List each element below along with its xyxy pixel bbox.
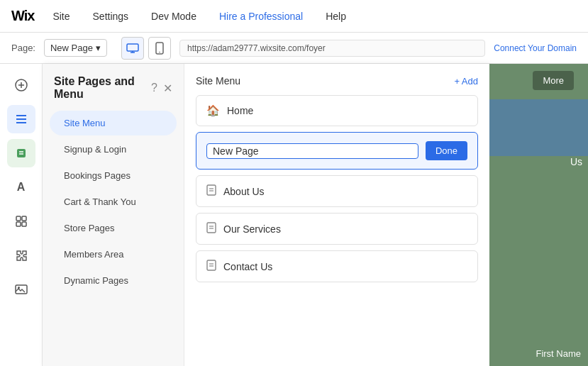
page-label: Page: — [11, 43, 35, 53]
add-page-button[interactable]: + Add — [454, 76, 478, 87]
svg-point-4 — [159, 51, 160, 52]
svg-rect-26 — [207, 260, 216, 270]
connect-domain-link[interactable]: Connect Your Domain — [494, 43, 577, 53]
close-icon[interactable]: ✕ — [163, 82, 172, 95]
content-header: Site Menu + Add — [196, 75, 478, 87]
page-name-about: About Us — [223, 186, 467, 197]
canvas-us-label: Us — [570, 156, 582, 167]
nav-site[interactable]: Site — [48, 8, 74, 25]
page-icon-about — [206, 184, 216, 198]
left-icon-bar: A — [0, 64, 43, 366]
marketplace-button[interactable] — [7, 241, 35, 270]
panel-nav: Site Pages and Menu ? ✕ Site Menu Signup… — [43, 64, 184, 366]
svg-rect-14 — [16, 216, 21, 221]
blog-icon — [16, 148, 27, 159]
page-item-about-us[interactable]: About Us — [196, 175, 478, 207]
puzzle-icon — [15, 249, 28, 262]
monitor-icon — [126, 43, 139, 53]
nav-hire-pro[interactable]: Hire a Professional — [215, 8, 307, 25]
page-icon-services — [206, 222, 216, 235]
help-icon[interactable]: ? — [151, 82, 157, 95]
page-item-home[interactable]: 🏠 Home — [196, 95, 478, 126]
nav-store-pages[interactable]: Store Pages — [50, 216, 177, 240]
media-button[interactable] — [7, 275, 35, 304]
svg-rect-16 — [16, 222, 21, 226]
page-name-home: Home — [227, 105, 467, 116]
chevron-down-icon: ▾ — [96, 43, 101, 53]
fonts-button[interactable]: A — [7, 173, 35, 201]
svg-rect-20 — [207, 185, 216, 195]
panel-title-icons: ? ✕ — [151, 82, 172, 95]
add-elements-button[interactable] — [7, 71, 35, 99]
desktop-view-button[interactable] — [121, 37, 144, 60]
page-icon-contact — [206, 260, 216, 273]
grid-icon — [16, 216, 27, 227]
pages-menu-button[interactable] — [7, 105, 35, 133]
nav-devmode[interactable]: Dev Mode — [147, 8, 201, 25]
nav-site-menu[interactable]: Site Menu — [50, 111, 177, 135]
image-icon — [15, 284, 28, 294]
home-icon: 🏠 — [206, 104, 220, 117]
nav-settings[interactable]: Settings — [89, 8, 133, 25]
url-bar: https://adam29777.wixsite.com/foyer — [179, 40, 485, 57]
panel-content: Site Menu + Add 🏠 Home Done About Us — [184, 64, 489, 366]
mobile-icon — [155, 42, 164, 55]
page-item-new-page[interactable]: Done — [196, 132, 478, 170]
page-name-services: Our Services — [223, 223, 467, 235]
nav-bookings[interactable]: Bookings Pages — [50, 163, 177, 188]
canvas-area: More Us First Name — [489, 64, 588, 366]
page-selector[interactable]: New Page ▾ — [44, 39, 107, 57]
svg-rect-11 — [17, 149, 26, 157]
done-button[interactable]: Done — [426, 141, 467, 160]
nav-help[interactable]: Help — [321, 8, 350, 25]
device-icons — [121, 37, 171, 60]
apps-button[interactable] — [7, 207, 35, 235]
plus-icon — [15, 79, 28, 92]
menu-icon — [15, 114, 28, 124]
nav-signup-login[interactable]: Signup & Login — [50, 137, 177, 162]
page-name-input[interactable] — [206, 143, 418, 159]
wix-logo: Wix — [11, 8, 34, 24]
svg-point-19 — [18, 287, 20, 289]
panel-title: Site Pages and Menu — [54, 75, 151, 101]
svg-rect-23 — [207, 223, 216, 233]
mobile-view-button[interactable] — [148, 37, 171, 60]
main-area: A Site Pages an — [0, 64, 588, 366]
canvas-first-name-label: First Name — [536, 348, 581, 359]
top-nav: Wix Site Settings Dev Mode Hire a Profes… — [0, 0, 588, 33]
page-item-our-services[interactable]: Our Services — [196, 213, 478, 245]
svg-rect-17 — [22, 222, 26, 226]
site-pages-panel: Site Pages and Menu ? ✕ Site Menu Signup… — [43, 64, 489, 366]
current-page-name: New Page — [50, 43, 93, 53]
nav-members-area[interactable]: Members Area — [50, 242, 177, 267]
svg-rect-0 — [127, 44, 138, 51]
more-button[interactable]: More — [533, 71, 574, 90]
nav-dynamic-pages[interactable]: Dynamic Pages — [50, 268, 177, 293]
blog-button[interactable] — [7, 139, 35, 167]
section-title: Site Menu — [196, 75, 240, 87]
nav-cart-thankyou[interactable]: Cart & Thank You — [50, 189, 177, 214]
panel-header: Site Pages and Menu ? ✕ — [43, 75, 184, 109]
svg-rect-15 — [22, 216, 26, 221]
page-bar: Page: New Page ▾ https://adam29777.wixsi… — [0, 33, 588, 64]
page-name-contact: Contact Us — [223, 261, 467, 272]
canvas-blue-bar — [489, 99, 588, 156]
font-icon: A — [17, 181, 26, 194]
page-item-contact-us[interactable]: Contact Us — [196, 250, 478, 282]
